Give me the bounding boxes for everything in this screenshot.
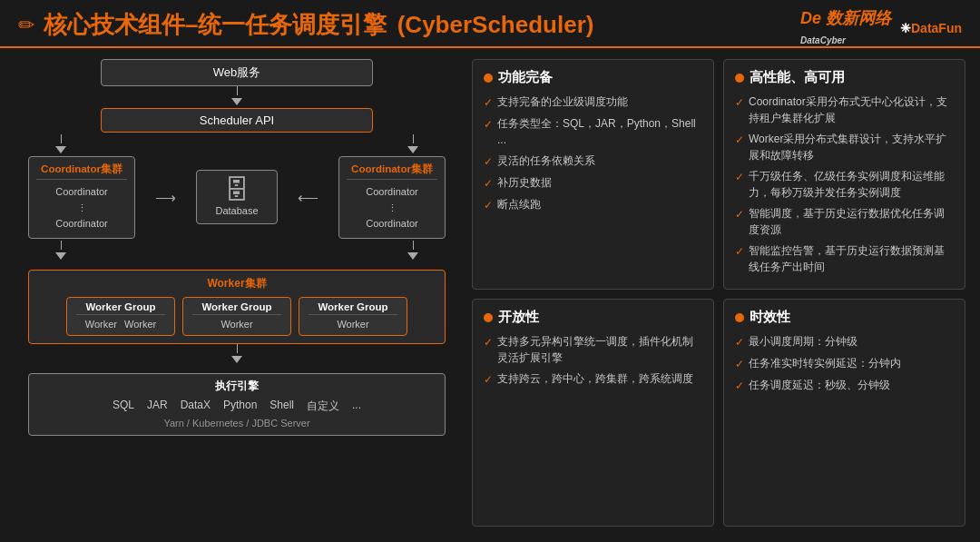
check-icon: ✓ [735, 206, 744, 222]
check-icon: ✓ [484, 334, 493, 350]
arrow-down-icon [231, 356, 242, 363]
check-icon: ✓ [484, 197, 493, 213]
worker-cluster: Worker集群 Worker Group Worker Worker Work… [28, 270, 446, 344]
check-icon: ✓ [735, 334, 744, 350]
feature-item-4: ✓ 补历史数据 [484, 174, 702, 192]
check-icon: ✓ [484, 153, 493, 170]
main-content: Web服务 Scheduler API Coordinato [0, 48, 980, 537]
check-icon: ✓ [484, 175, 493, 192]
arrow-down-icon [407, 146, 418, 153]
arrow-left-icon: ⟵ [298, 189, 318, 206]
coordinator-row: Coordinator集群 Coordinator ⋮ Coordinator … [28, 156, 446, 239]
check-icon: ✓ [484, 94, 493, 111]
feature-item-1: ✓ 支持完备的企业级调度功能 [484, 94, 702, 111]
check-icon: ✓ [735, 169, 744, 185]
panel-performance: 高性能、高可用 ✓ Coordinator采用分布式无中心化设计，支持租户集群化… [723, 59, 965, 290]
perf-item-3: ✓ 千万级任务、亿级任务实例调度和运维能力，每秒万级并发任务实例调度 [735, 168, 954, 201]
coordinator-cluster-right: Coordinator集群 Coordinator ⋮ Coordinator [338, 156, 446, 239]
scheduler-to-coord-arrows [28, 134, 446, 156]
check-icon: ✓ [484, 116, 493, 133]
pencil-icon: ✏ [18, 14, 34, 37]
datacyber-logo: De 数新网络DataCyber [800, 7, 891, 48]
check-icon: ✓ [735, 356, 744, 372]
feature-item-3: ✓ 灵活的任务依赖关系 [484, 153, 702, 170]
time-item-1: ✓ 最小调度周期：分钟级 [735, 333, 954, 350]
arrow-right-icon: ⟶ [155, 189, 176, 206]
open-item-1: ✓ 支持多元异构引擎统一调度，插件化机制灵活扩展引擎 [484, 333, 702, 366]
worker-group-2: Worker Group Worker [182, 297, 291, 336]
arrow-web-to-scheduler [231, 86, 242, 108]
feature-panels: 功能完备 ✓ 支持完备的企业级调度功能 ✓ 任务类型全：SQL，JAR，Pyth… [472, 59, 965, 527]
arrow-down-icon [231, 98, 242, 105]
logo-area: De 数新网络DataCyber ❈DataFun [800, 7, 962, 48]
check-icon: ✓ [735, 94, 744, 111]
datafun-logo: ❈DataFun [900, 21, 962, 35]
worker-group-1: Worker Group Worker Worker [66, 297, 175, 336]
scheduler-api-box: Scheduler API [101, 108, 373, 133]
worker-to-exec-arrow [231, 344, 242, 366]
perf-item-2: ✓ Worker采用分布式集群设计，支持水平扩展和故障转移 [735, 131, 954, 163]
exec-items-row: SQL JAR DataX Python Shell 自定义 ... [36, 399, 437, 414]
panel-dot-icon [484, 74, 493, 83]
panel-features: 功能完备 ✓ 支持完备的企业级调度功能 ✓ 任务类型全：SQL，JAR，Pyth… [472, 59, 714, 290]
feature-item-2: ✓ 任务类型全：SQL，JAR，Python，Shell ... [484, 115, 702, 148]
database-icon: 🗄 [224, 178, 250, 203]
check-icon: ✓ [484, 371, 493, 388]
arrow-down-icon [55, 252, 66, 260]
feature-item-5: ✓ 断点续跑 [484, 196, 702, 213]
execution-engine: 执行引擎 SQL JAR DataX Python Shell 自定义 ... … [28, 373, 446, 436]
check-icon: ✓ [735, 378, 744, 394]
web-service-box: Web服务 [101, 59, 373, 86]
coordinator-cluster-left: Coordinator集群 Coordinator ⋮ Coordinator [28, 156, 135, 239]
arrow-down-icon [55, 146, 66, 153]
check-icon: ✓ [735, 132, 744, 148]
page-title: 核心技术组件–统一任务调度引擎 (CyberScheduler) [44, 9, 597, 41]
perf-item-4: ✓ 智能调度，基于历史运行数据优化任务调度资源 [735, 205, 954, 238]
time-item-3: ✓ 任务调度延迟：秒级、分钟级 [735, 377, 954, 394]
time-item-2: ✓ 任务准实时转实例延迟：分钟内 [735, 355, 954, 372]
perf-item-1: ✓ Coordinator采用分布式无中心化设计，支持租户集群化扩展 [735, 94, 954, 126]
arrow-down-icon [407, 252, 418, 260]
open-item-2: ✓ 支持跨云，跨中心，跨集群，跨系统调度 [484, 370, 702, 388]
check-icon: ✓ [735, 243, 744, 260]
database-box: 🗄 Database [196, 170, 278, 224]
panel-timeliness: 时效性 ✓ 最小调度周期：分钟级 ✓ 任务准实时转实例延迟：分钟内 ✓ 任务调度… [723, 299, 965, 527]
coord-to-worker-arrows [28, 241, 446, 262]
panel-dot-icon [735, 313, 744, 322]
panel-dot-icon [484, 313, 493, 322]
db-connection: ⟶ 🗄 Database ⟵ [139, 170, 335, 224]
header: ✏ 核心技术组件–统一任务调度引擎 (CyberScheduler) De 数新… [0, 0, 980, 48]
panel-openness: 开放性 ✓ 支持多元异构引擎统一调度，插件化机制灵活扩展引擎 ✓ 支持跨云，跨中… [472, 299, 714, 527]
worker-group-3: Worker Group Worker [299, 297, 407, 336]
panel-dot-icon [735, 74, 744, 83]
perf-item-5: ✓ 智能监控告警，基于历史运行数据预测基线任务产出时间 [735, 242, 954, 275]
architecture-diagram: Web服务 Scheduler API Coordinato [15, 59, 459, 527]
worker-groups-row: Worker Group Worker Worker Worker Group … [36, 297, 437, 336]
